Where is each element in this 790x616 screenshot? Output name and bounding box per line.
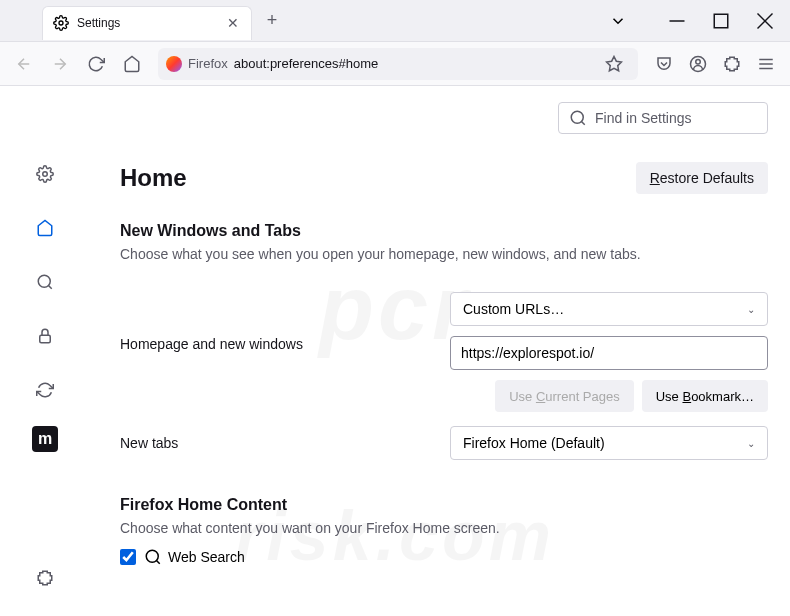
- use-bookmark-button[interactable]: Use Bookmark…: [642, 380, 768, 412]
- svg-line-15: [48, 285, 51, 288]
- content-area: pcr risk.com m Find in Settings: [0, 86, 790, 616]
- section-title: Firefox Home Content: [120, 496, 768, 514]
- home-button[interactable]: [116, 48, 148, 80]
- svg-line-20: [156, 560, 159, 563]
- newtabs-dropdown[interactable]: Firefox Home (Default) ⌄: [450, 426, 768, 460]
- svg-point-9: [696, 59, 701, 64]
- titlebar: Settings ✕ +: [0, 0, 790, 42]
- browser-tab[interactable]: Settings ✕: [42, 6, 252, 40]
- svg-marker-7: [607, 56, 622, 70]
- page-title: Home: [120, 164, 187, 192]
- section-title: New Windows and Tabs: [120, 222, 768, 240]
- identity-box[interactable]: Firefox: [166, 56, 228, 72]
- extensions-button[interactable]: [716, 48, 748, 80]
- minimize-button[interactable]: [656, 3, 698, 39]
- svg-point-0: [59, 21, 63, 25]
- dropdown-value: Firefox Home (Default): [463, 435, 605, 451]
- settings-sidebar: m: [0, 86, 90, 616]
- svg-point-19: [146, 550, 158, 562]
- back-button[interactable]: [8, 48, 40, 80]
- identity-label: Firefox: [188, 56, 228, 71]
- dropdown-value: Custom URLs…: [463, 301, 564, 317]
- close-icon[interactable]: ✕: [225, 15, 241, 31]
- search-input[interactable]: Find in Settings: [558, 102, 768, 134]
- websearch-checkbox[interactable]: [120, 549, 136, 565]
- svg-rect-2: [714, 14, 728, 28]
- sidebar-search[interactable]: [27, 264, 63, 300]
- svg-point-14: [38, 275, 50, 287]
- newtabs-label: New tabs: [120, 435, 430, 451]
- search-icon: [569, 109, 587, 127]
- sidebar-home[interactable]: [27, 210, 63, 246]
- window-close-button[interactable]: [744, 3, 786, 39]
- homepage-dropdown[interactable]: Custom URLs… ⌄: [450, 292, 768, 326]
- homepage-url-input[interactable]: [450, 336, 768, 370]
- gear-icon: [53, 15, 69, 31]
- sidebar-general[interactable]: [27, 156, 63, 192]
- restore-defaults-button[interactable]: Restore Defaults: [636, 162, 768, 194]
- svg-line-18: [581, 121, 584, 124]
- sidebar-more[interactable]: m: [32, 426, 58, 452]
- url-text: about:preferences#home: [234, 56, 592, 71]
- settings-panel: Find in Settings Home Restore Defaults N…: [90, 86, 790, 616]
- section-desc: Choose what you see when you open your h…: [120, 246, 768, 262]
- pocket-button[interactable]: [648, 48, 680, 80]
- forward-button[interactable]: [44, 48, 76, 80]
- new-tab-button[interactable]: +: [258, 7, 286, 35]
- chevron-down-icon: ⌄: [747, 304, 755, 315]
- bookmark-star-icon[interactable]: [598, 48, 630, 80]
- maximize-button[interactable]: [700, 3, 742, 39]
- firefox-icon: [166, 56, 182, 72]
- chevron-down-icon: ⌄: [747, 438, 755, 449]
- svg-point-13: [43, 172, 48, 177]
- svg-point-17: [571, 111, 583, 123]
- reload-button[interactable]: [80, 48, 112, 80]
- tab-title: Settings: [77, 16, 225, 30]
- toolbar: Firefox about:preferences#home: [0, 42, 790, 86]
- search-icon: [144, 548, 162, 566]
- menu-button[interactable]: [750, 48, 782, 80]
- sidebar-sync[interactable]: [27, 372, 63, 408]
- url-bar[interactable]: Firefox about:preferences#home: [158, 48, 638, 80]
- search-placeholder: Find in Settings: [595, 110, 692, 126]
- account-button[interactable]: [682, 48, 714, 80]
- svg-rect-16: [40, 335, 51, 343]
- sidebar-extensions[interactable]: [27, 560, 63, 596]
- section-desc: Choose what content you want on your Fir…: [120, 520, 768, 536]
- use-current-pages-button[interactable]: Use Current Pages: [495, 380, 634, 412]
- chevron-down-icon[interactable]: [600, 3, 636, 39]
- sidebar-privacy[interactable]: [27, 318, 63, 354]
- websearch-label: Web Search: [144, 548, 245, 566]
- homepage-label: Homepage and new windows: [120, 292, 430, 352]
